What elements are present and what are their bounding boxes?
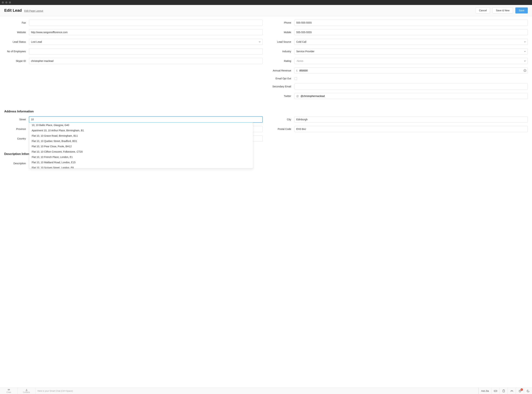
autocomplete-item[interactable]: Flat 10, 10 Maitland Road, London, E15 (29, 160, 253, 165)
phone-label: Phone (270, 21, 294, 24)
ask-zia-button[interactable]: Ask Zia (479, 388, 491, 394)
postal-code-field[interactable] (294, 126, 528, 132)
window-dot (2, 1, 4, 4)
contacts-tab-label: Contacts (23, 391, 30, 393)
twitter-field-wrapper: @ (294, 93, 528, 99)
save-button[interactable]: Save (515, 7, 528, 13)
phone-field[interactable] (294, 20, 528, 26)
street-label: Street (4, 118, 29, 121)
clipboard-icon[interactable] (499, 388, 507, 394)
chevron-down-icon (524, 41, 526, 43)
lead-source-label: Lead Source (270, 40, 294, 43)
fax-label: Fax (4, 21, 29, 24)
lead-source-value: Cold Call (296, 40, 306, 43)
notification-badge: 1 (521, 388, 523, 391)
window-titlebar (0, 0, 532, 5)
info-icon[interactable] (523, 69, 526, 72)
chats-tab-label: Chats (6, 391, 11, 393)
page-title: Edit Lead (4, 8, 22, 13)
bottom-bar: Chats Contacts Here is your Smart Chat (… (0, 388, 532, 394)
autocomplete-item[interactable]: 10, 10 Baltic Place, Glasgow, G40 (29, 123, 253, 128)
industry-value: Service Provider (296, 50, 314, 53)
fax-field[interactable] (29, 20, 263, 26)
contacts-tab[interactable]: Contacts (18, 388, 35, 394)
save-and-new-button[interactable]: Save & New (492, 7, 513, 13)
alarm-icon[interactable]: 1 (516, 388, 524, 394)
annual-revenue-field[interactable] (299, 68, 527, 73)
twitter-field[interactable] (301, 93, 527, 99)
city-field[interactable] (294, 116, 528, 123)
svg-rect-8 (503, 389, 504, 390)
lead-source-select[interactable]: Cold Call (294, 39, 528, 45)
secondary-email-field[interactable] (294, 83, 528, 89)
chevron-down-icon (259, 41, 261, 43)
svg-point-5 (495, 391, 495, 391)
autocomplete-item[interactable]: Flat 10, 10 Quebec Street, Bradford, BD1 (29, 138, 253, 144)
window-dot (5, 1, 7, 4)
chevron-down-icon (524, 60, 526, 62)
chevron-down-icon (524, 51, 526, 52)
no-employees-label: No of Employees (4, 50, 29, 53)
website-label: Website (4, 31, 29, 34)
contacts-icon (25, 389, 28, 391)
industry-select[interactable]: Service Provider (294, 48, 528, 54)
email-opt-out-label: Email Opt Out (270, 77, 294, 80)
chat-icon (7, 389, 10, 391)
province-label: Province (4, 128, 29, 130)
postal-code-label: Postal Code (270, 128, 294, 130)
description-label: Description (4, 162, 29, 165)
autocomplete-item[interactable]: Flat 10, 10 Scriven Street, London, E8 (29, 165, 253, 169)
twitter-label: Twitter (270, 95, 294, 98)
lead-status-value: Lost Lead (31, 40, 42, 43)
left-column: Fax Website Lead Status Lost Lead No of … (4, 20, 263, 103)
mobile-label: Mobile (270, 31, 294, 34)
autocomplete-item[interactable]: Flat 10, 10 Clifton Crescent, Folkestone… (29, 149, 253, 154)
street-autocomplete[interactable]: 10, 10 Baltic Place, Glasgow, G40Apartme… (29, 123, 253, 169)
lead-status-select[interactable]: Lost Lead (29, 39, 263, 45)
cancel-button[interactable]: Cancel (476, 7, 490, 13)
rating-select[interactable]: -None- (294, 58, 528, 64)
form-body: Fax Website Lead Status Lost Lead No of … (0, 16, 532, 388)
svg-rect-7 (503, 390, 505, 392)
gamepad-icon[interactable] (491, 388, 499, 394)
svg-point-2 (525, 70, 525, 70)
email-opt-out-checkbox[interactable] (294, 77, 297, 80)
page-header: Edit Lead Edit Page Layout Cancel Save &… (0, 5, 532, 16)
svg-rect-4 (494, 390, 497, 392)
skype-id-label: Skype ID (4, 60, 29, 62)
street-field[interactable] (29, 116, 263, 123)
rating-value: -None- (296, 60, 304, 62)
annual-revenue-label: Annual Revenue (270, 69, 294, 72)
secondary-email-label: Secondary Email (270, 85, 294, 88)
autocomplete-item[interactable]: Flat 10, 10 Pear Close, Poole, BH12 (29, 144, 253, 149)
skype-id-field[interactable] (29, 58, 263, 64)
city-label: City (270, 118, 294, 121)
chats-tab[interactable]: Chats (0, 388, 18, 394)
currency-prefix: £ (295, 69, 299, 72)
address-section-title: Address Information (4, 110, 528, 113)
lead-status-label: Lead Status (4, 40, 29, 43)
industry-label: Industry (270, 50, 294, 53)
smart-chat-input[interactable]: Here is your Smart Chat (Ctrl+Space) (35, 388, 479, 394)
smart-chat-placeholder: Here is your Smart Chat (Ctrl+Space) (38, 390, 73, 392)
zia-icon[interactable] (507, 388, 516, 394)
history-icon[interactable] (524, 388, 532, 394)
autocomplete-item[interactable]: Flat 10, 10 Grace Road, Birmingham, B11 (29, 133, 253, 138)
mobile-field[interactable] (294, 29, 528, 35)
no-employees-field[interactable] (29, 48, 263, 54)
country-label: Country (4, 137, 29, 140)
autocomplete-item[interactable]: Apartment 10, 10 Arthur Place, Birmingha… (29, 128, 253, 133)
annual-revenue-field-wrapper: £ (294, 67, 528, 73)
website-field[interactable] (29, 29, 263, 35)
right-column: Phone Mobile Lead Source Cold Call Indus… (270, 20, 528, 103)
svg-point-6 (496, 391, 497, 391)
rating-label: Rating (270, 60, 294, 62)
autocomplete-item[interactable]: Flat 10, 10 French Place, London, E1 (29, 154, 253, 160)
svg-point-3 (26, 389, 27, 390)
window-dot (9, 1, 11, 4)
twitter-prefix: @ (295, 95, 301, 98)
edit-layout-link[interactable]: Edit Page Layout (24, 9, 43, 12)
